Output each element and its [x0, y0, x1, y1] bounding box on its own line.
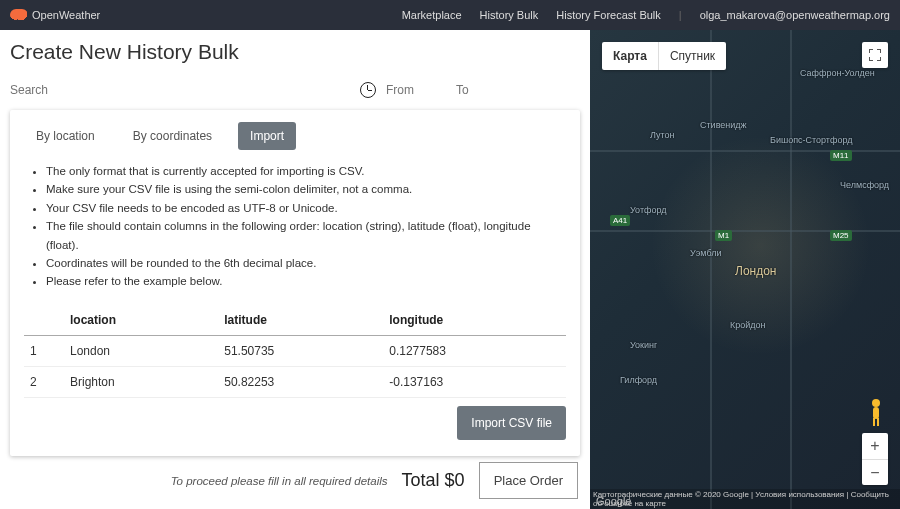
tab-by-coordinates[interactable]: By coordinates: [121, 122, 224, 150]
map-type-control: Карта Спутник: [602, 42, 726, 70]
import-panel: By location By coordinates Import The on…: [10, 110, 580, 456]
table-row: 2 Brighton 50.82253 -0.137163: [24, 366, 566, 397]
th-latitude: latitude: [218, 305, 383, 336]
total-price: Total $0: [402, 470, 465, 491]
to-input[interactable]: [456, 83, 516, 97]
map-type-map[interactable]: Карта: [602, 42, 658, 70]
pegman-icon[interactable]: [864, 397, 888, 427]
zoom-out-button[interactable]: −: [862, 459, 888, 485]
instruction-item: Your CSV file needs to be encoded as UTF…: [46, 199, 566, 217]
zoom-control: + −: [862, 433, 888, 485]
brand-name: OpenWeather: [32, 9, 100, 21]
th-location: location: [64, 305, 218, 336]
search-row: [10, 82, 580, 98]
svg-rect-3: [877, 418, 879, 426]
fullscreen-icon: [869, 49, 881, 61]
place-order-button[interactable]: Place Order: [479, 462, 578, 499]
svg-rect-2: [873, 418, 875, 426]
table-row: 1 London 51.50735 0.1277583: [24, 335, 566, 366]
th-idx: [24, 305, 64, 336]
user-email[interactable]: olga_makarova@openweathermap.org: [700, 9, 890, 21]
left-panel: Create New History Bulk By location By c…: [0, 30, 590, 509]
th-longitude: longitude: [383, 305, 566, 336]
search-input[interactable]: [10, 83, 350, 97]
instruction-item: Make sure your CSV file is using the sem…: [46, 180, 566, 198]
nav-separator: |: [679, 9, 682, 21]
instructions-list: The only format that is currently accept…: [24, 162, 566, 291]
openweather-icon: [10, 9, 28, 21]
proceed-hint: To proceed please fill in all required d…: [171, 475, 388, 487]
instruction-item: Coordinates will be rounded to the 6th d…: [46, 254, 566, 272]
instruction-item: The file should contain columns in the f…: [46, 217, 566, 254]
nav-history-bulk[interactable]: History Bulk: [480, 9, 539, 21]
map-container[interactable]: Лондон Уотфорд Стивенидж Челмсфорд Бишоп…: [590, 30, 900, 509]
page-title: Create New History Bulk: [10, 40, 580, 64]
from-input[interactable]: [386, 83, 446, 97]
clock-icon: [360, 82, 376, 98]
nav-history-forecast-bulk[interactable]: History Forecast Bulk: [556, 9, 661, 21]
map-label-london: Лондон: [735, 264, 776, 278]
svg-rect-1: [873, 407, 879, 419]
map-type-satellite[interactable]: Спутник: [658, 42, 726, 70]
instruction-item: Please refer to the example below.: [46, 272, 566, 290]
import-csv-button[interactable]: Import CSV file: [457, 406, 566, 440]
map-attribution: Картографические данные © 2020 Google | …: [590, 489, 900, 509]
instruction-item: The only format that is currently accept…: [46, 162, 566, 180]
tab-import[interactable]: Import: [238, 122, 296, 150]
nav-marketplace[interactable]: Marketplace: [402, 9, 462, 21]
tab-by-location[interactable]: By location: [24, 122, 107, 150]
svg-point-0: [872, 399, 880, 407]
zoom-in-button[interactable]: +: [862, 433, 888, 459]
brand-logo[interactable]: OpenWeather: [10, 9, 100, 21]
fullscreen-button[interactable]: [862, 42, 888, 68]
top-nav-bar: OpenWeather Marketplace History Bulk His…: [0, 0, 900, 30]
order-footer: To proceed please fill in all required d…: [171, 462, 578, 499]
example-table: location latitude longitude 1 London 51.…: [24, 305, 566, 398]
